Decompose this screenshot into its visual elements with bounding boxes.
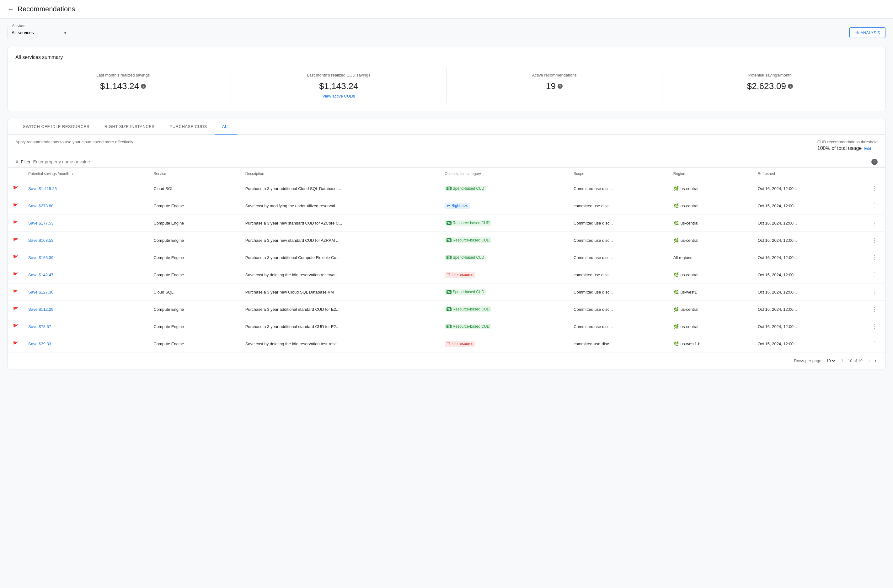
- active-recommendations-help-icon[interactable]: ?: [558, 84, 562, 89]
- row-actions-cell: ⋮: [864, 335, 885, 352]
- region-icon: 🌿: [674, 307, 679, 312]
- th-actions: [864, 168, 885, 180]
- analysis-button-label: ANALYSIS: [860, 30, 880, 35]
- save-link[interactable]: Save $168.53: [28, 238, 53, 243]
- save-link[interactable]: Save $142.47: [28, 273, 53, 277]
- row-more-button[interactable]: ⋮: [869, 253, 880, 262]
- save-link[interactable]: Save $78.67: [28, 324, 51, 329]
- row-description-cell: Purchase a 3 year new Cloud SQL Database…: [241, 284, 440, 301]
- tabs-section: SWITCH OFF IDLE RESOURCES RIGHT SIZE INS…: [8, 119, 885, 369]
- th-scope: Scope: [568, 168, 668, 180]
- save-link[interactable]: Save $1,415.23: [28, 186, 57, 191]
- metric-realized-savings: Last month's realized savings $1,143.24 …: [15, 68, 231, 104]
- rows-per-page: Rows per page: 10 25 50: [794, 358, 836, 363]
- opt-badge: % Resource-based CUD: [445, 220, 492, 226]
- save-link[interactable]: Save $112.29: [28, 307, 53, 312]
- tab-switch-off[interactable]: SWITCH OFF IDLE RESOURCES: [15, 119, 97, 135]
- metric-realized-savings-value: $1,143.24 ?: [23, 81, 223, 91]
- cud-threshold-edit-link[interactable]: Edit: [864, 146, 871, 151]
- row-flag-cell: 🚩: [8, 335, 23, 352]
- row-flag-cell: 🚩: [8, 197, 23, 214]
- table-row: 🚩 Save $78.67 Compute Engine Purchase a …: [8, 318, 885, 335]
- metric-cud-savings-label: Last month's realized CUD savings: [239, 73, 439, 78]
- filter-input[interactable]: [33, 159, 869, 164]
- row-more-button[interactable]: ⋮: [869, 184, 880, 193]
- row-more-button[interactable]: ⋮: [869, 339, 880, 348]
- analysis-button[interactable]: % ANALYSIS: [849, 27, 885, 38]
- row-flag-cell: 🚩: [8, 284, 23, 301]
- metric-active-recommendations-label: Active recommendations: [454, 73, 654, 78]
- row-more-button[interactable]: ⋮: [869, 201, 880, 210]
- cud-threshold: CUD recommendations threshold 100% of to…: [817, 140, 878, 151]
- metric-potential-savings-value: $2,623.09 ?: [670, 81, 870, 91]
- tab-purchase-cuds[interactable]: PURCHASE CUDS: [162, 119, 215, 135]
- save-link[interactable]: Save $39.83: [28, 342, 51, 346]
- row-more-button[interactable]: ⋮: [869, 322, 880, 331]
- row-actions-cell: ⋮: [864, 232, 885, 249]
- save-link[interactable]: Save $177.53: [28, 221, 53, 225]
- potential-savings-help-icon[interactable]: ?: [788, 84, 793, 89]
- row-scope-cell: Committed use disc...: [568, 232, 668, 249]
- row-refreshed-cell: Oct 16, 2024, 12:00...: [753, 180, 864, 197]
- table-row: 🚩 Save $278.80 Compute Engine Save cost …: [8, 197, 885, 214]
- pagination-row: Rows per page: 10 25 50 1 – 10 of 19 ‹ ›: [8, 352, 885, 369]
- save-link[interactable]: Save $165.39: [28, 255, 53, 260]
- flag-icon: 🚩: [13, 203, 18, 208]
- save-link[interactable]: Save $278.80: [28, 204, 53, 208]
- recommendations-header: Apply recommendations to use your cloud …: [8, 135, 885, 156]
- analysis-icon: %: [855, 30, 858, 35]
- recommendations-desc: Apply recommendations to use your cloud …: [15, 140, 134, 144]
- row-opt-category-cell: % Resource-based CUD: [440, 301, 568, 318]
- row-more-button[interactable]: ⋮: [869, 236, 880, 245]
- flag-icon: 🚩: [13, 307, 18, 312]
- services-select[interactable]: All services Compute Engine Cloud SQL Bi…: [12, 26, 66, 39]
- flag-icon: 🚩: [13, 255, 18, 260]
- tab-all[interactable]: ALL: [215, 119, 238, 135]
- row-scope-cell: Committed use disc...: [568, 284, 668, 301]
- content-area: Services All services Compute Engine Clo…: [0, 18, 893, 377]
- region-icon: 🌿: [674, 341, 679, 346]
- row-scope-cell: committed use disc...: [568, 266, 668, 284]
- flag-icon: 🚩: [13, 238, 18, 243]
- row-refreshed-cell: Oct 15, 2024, 12:00...: [753, 266, 864, 284]
- summary-title: All services summary: [15, 55, 878, 60]
- row-opt-category-cell: ⇌ Right-size: [440, 197, 568, 214]
- savings-sort-icon[interactable]: ↓: [72, 171, 74, 176]
- row-flag-cell: 🚩: [8, 266, 23, 284]
- table-row: 🚩 Save $39.83 Compute Engine Save cost b…: [8, 335, 885, 352]
- row-opt-category-cell: % Resource-based CUD: [440, 318, 568, 335]
- flag-icon: 🚩: [13, 290, 18, 294]
- table-header-row: Potential savings /month ↓ Service Descr…: [8, 168, 885, 180]
- filter-help-icon[interactable]: ?: [871, 159, 878, 165]
- table-row: 🚩 Save $127.30 Cloud SQL Purchase a 3 ye…: [8, 284, 885, 301]
- row-more-button[interactable]: ⋮: [869, 218, 880, 228]
- rows-per-page-select[interactable]: 10 25 50: [825, 358, 836, 363]
- back-button[interactable]: ←: [8, 6, 14, 13]
- save-link[interactable]: Save $127.30: [28, 290, 53, 294]
- row-savings-cell: Save $1,415.23: [23, 180, 149, 197]
- page-title: Recommendations: [18, 5, 75, 13]
- prev-page-button[interactable]: ‹: [867, 356, 872, 365]
- row-flag-cell: 🚩: [8, 249, 23, 266]
- opt-badge: ☐ Idle resource: [445, 341, 475, 347]
- view-active-cuds-link[interactable]: View active CUDs: [239, 94, 439, 99]
- row-more-button[interactable]: ⋮: [869, 287, 880, 297]
- region-icon: 🌿: [674, 220, 679, 225]
- row-description-cell: Save cost by deleting the idle reservati…: [241, 335, 440, 352]
- opt-badge: % Resource-based CUD: [445, 237, 492, 243]
- row-flag-cell: 🚩: [8, 214, 23, 232]
- flag-icon: 🚩: [13, 341, 18, 346]
- row-more-button[interactable]: ⋮: [869, 304, 880, 314]
- row-description-cell: Purchase a 3 year additional Cloud SQL D…: [241, 180, 440, 197]
- flag-icon: 🚩: [13, 324, 18, 329]
- row-actions-cell: ⋮: [864, 214, 885, 232]
- region-icon: 🌿: [674, 203, 679, 208]
- realized-savings-help-icon[interactable]: ?: [141, 84, 146, 89]
- row-region-cell: 🌿 us-central: [668, 232, 753, 249]
- region-icon: 🌿: [674, 324, 679, 329]
- row-service-cell: Cloud SQL: [149, 180, 241, 197]
- row-more-button[interactable]: ⋮: [869, 270, 880, 279]
- row-scope-cell: Committed use disc...: [568, 318, 668, 335]
- tab-right-size[interactable]: RIGHT SIZE INSTANCES: [97, 119, 162, 135]
- next-page-button[interactable]: ›: [873, 356, 878, 365]
